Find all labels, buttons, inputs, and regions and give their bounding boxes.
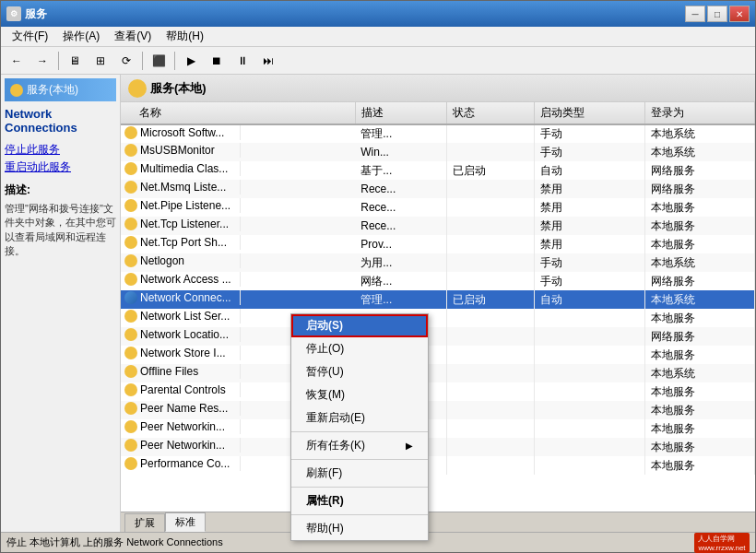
table-row[interactable]: Net.Tcp Port Sh...Prov...禁用本地服务 xyxy=(121,235,755,253)
table-row[interactable]: Network Access ...网络...手动网络服务 xyxy=(121,272,755,290)
maximize-button[interactable]: □ xyxy=(707,6,727,22)
service-status-cell xyxy=(446,327,535,346)
table-row[interactable]: Peer Name Res......本地服务 xyxy=(121,401,755,419)
context-menu-item-停止O[interactable]: 停止(O) xyxy=(291,337,428,360)
context-menu-separator xyxy=(291,514,428,515)
table-row[interactable]: Netlogon为用...手动本地系统 xyxy=(121,253,755,272)
menu-help[interactable]: 帮助(H) xyxy=(159,27,211,46)
row-gear-icon xyxy=(124,126,137,139)
panel-header-icon xyxy=(128,79,147,98)
pause-button[interactable]: ⏸ xyxy=(230,50,254,72)
panel-header: 服务(本地) xyxy=(121,75,755,102)
table-row[interactable]: Net.Msmq Liste...Rece...禁用网络服务 xyxy=(121,180,755,198)
table-row[interactable]: Peer Networkin......本地服务 xyxy=(121,419,755,438)
toolbar-sep2 xyxy=(142,52,143,70)
col-startup[interactable]: 启动类型 xyxy=(535,102,644,124)
service-startup-cell: 自动 xyxy=(535,161,644,180)
toolbar-sep1 xyxy=(58,52,59,70)
service-logon-cell: 本地服务 xyxy=(644,309,754,327)
refresh-button[interactable]: ⟳ xyxy=(114,50,138,72)
service-logon-cell: 本地服务 xyxy=(644,198,754,217)
service-name-cell: Microsoft Softw... xyxy=(140,126,224,139)
service-status-cell xyxy=(446,272,535,290)
toolbar-sep3 xyxy=(174,52,175,70)
play-button[interactable]: ▶ xyxy=(179,50,203,72)
table-row[interactable]: Network Connec...管理...已启动自动本地系统 xyxy=(121,290,755,309)
close-button[interactable]: ✕ xyxy=(729,6,750,22)
col-desc[interactable]: 描述 xyxy=(355,102,446,124)
table-row[interactable]: Microsoft Softw...管理...手动本地系统 xyxy=(121,124,755,143)
export-button[interactable]: ⬛ xyxy=(147,50,171,72)
col-status[interactable]: 状态 xyxy=(446,102,535,124)
service-logon-cell: 本地服务 xyxy=(644,401,754,419)
service-startup-cell: 禁用 xyxy=(535,198,644,217)
table-row[interactable]: Network Store I......本地服务 xyxy=(121,346,755,364)
services-table[interactable]: 名称 描述 状态 启动类型 登录为 Microsoft Softw...管理..… xyxy=(121,102,755,512)
table-row[interactable]: Parental Controls...本地服务 xyxy=(121,382,755,401)
context-menu-item-重新启动E[interactable]: 重新启动(E) xyxy=(291,406,428,429)
table-row[interactable]: Net.Pipe Listene...Rece...禁用本地服务 xyxy=(121,198,755,217)
menu-action[interactable]: 操作(A) xyxy=(55,27,107,46)
service-logon-cell: 本地系统 xyxy=(644,143,754,161)
menu-bar: 文件(F) 操作(A) 查看(V) 帮助(H) xyxy=(1,27,755,47)
service-status-cell xyxy=(446,235,535,253)
service-desc-cell: Win... xyxy=(355,143,446,161)
service-logon-cell: 本地服务 xyxy=(644,235,754,253)
service-status-cell xyxy=(446,180,535,198)
service-logon-cell: 本地系统 xyxy=(644,124,754,143)
table-row[interactable]: MsUSBMonitorWin...手动本地系统 xyxy=(121,143,755,161)
row-gear-icon xyxy=(124,365,137,378)
service-name-cell: Net.Tcp Port Sh... xyxy=(140,236,227,249)
service-name-cell: Offline Files xyxy=(140,365,198,378)
back-button[interactable]: ← xyxy=(5,50,29,72)
description-label: 描述: xyxy=(5,182,116,198)
service-desc-cell: 管理... xyxy=(355,290,446,309)
row-gear-icon xyxy=(124,439,137,452)
tab-extended[interactable]: 扩展 xyxy=(124,513,165,532)
service-name-cell: Network Access ... xyxy=(140,273,231,286)
table-row[interactable]: Peer Networkin......本地服务 xyxy=(121,438,755,456)
window-title: 服务 xyxy=(25,6,47,22)
service-desc-cell: 为用... xyxy=(355,253,446,272)
menu-file[interactable]: 文件(F) xyxy=(5,27,55,46)
service-logon-cell: 本地服务 xyxy=(644,346,754,364)
service-status-cell xyxy=(446,346,535,364)
service-startup-cell: 手动 xyxy=(535,253,644,272)
service-status-cell xyxy=(446,217,535,235)
restart-service-link[interactable]: 重启动此服务 xyxy=(5,159,116,175)
service-startup-cell: 手动 xyxy=(535,143,644,161)
service-logon-cell: 本地服务 xyxy=(644,438,754,456)
table-row[interactable]: Multimedia Clas...基于...已启动自动网络服务 xyxy=(121,161,755,180)
service-logon-cell: 网络服务 xyxy=(644,180,754,198)
minimize-button[interactable]: ─ xyxy=(685,6,705,22)
computer-button[interactable]: 🖥 xyxy=(63,50,87,72)
context-menu-item-属性R[interactable]: 属性(R) xyxy=(291,489,428,512)
tab-standard[interactable]: 标准 xyxy=(165,512,206,532)
table-row[interactable]: Offline Files...本地系统 xyxy=(121,364,755,382)
row-gear-icon xyxy=(124,162,137,175)
context-menu-item-暂停U[interactable]: 暂停(U) xyxy=(291,360,428,383)
service-name-cell: MsUSBMonitor xyxy=(140,144,215,157)
context-menu-item-刷新F[interactable]: 刷新(F) xyxy=(291,462,428,485)
bottom-tabs: 扩展 标准 xyxy=(121,512,755,532)
table-row[interactable]: Network Locatio......网络服务 xyxy=(121,327,755,346)
stop-button[interactable]: ⏹ xyxy=(205,50,229,72)
resume-button[interactable]: ⏭ xyxy=(256,50,280,72)
context-menu-item-所有任务K[interactable]: 所有任务(K)▶ xyxy=(291,434,428,457)
table-row[interactable]: Network List Ser......本地服务 xyxy=(121,309,755,327)
context-menu-item-恢复M[interactable]: 恢复(M) xyxy=(291,383,428,406)
context-menu-item-帮助H[interactable]: 帮助(H) xyxy=(291,517,428,540)
forward-button[interactable]: → xyxy=(30,50,54,72)
context-menu-item-启动S[interactable]: 启动(S) xyxy=(291,314,428,337)
service-logon-cell: 本地服务 xyxy=(644,382,754,401)
col-logon[interactable]: 登录为 xyxy=(644,102,754,124)
service-status-cell xyxy=(446,253,535,272)
table-row[interactable]: Net.Tcp Listener...Rece...禁用本地服务 xyxy=(121,217,755,235)
menu-view[interactable]: 查看(V) xyxy=(107,27,159,46)
service-startup-cell: 手动 xyxy=(535,124,644,143)
table-row[interactable]: Performance Co......本地服务 xyxy=(121,456,755,475)
row-gear-icon xyxy=(124,254,137,267)
stop-service-link[interactable]: 停止此服务 xyxy=(5,142,116,158)
col-name[interactable]: 名称 xyxy=(121,102,355,124)
grid-button[interactable]: ⊞ xyxy=(89,50,112,72)
